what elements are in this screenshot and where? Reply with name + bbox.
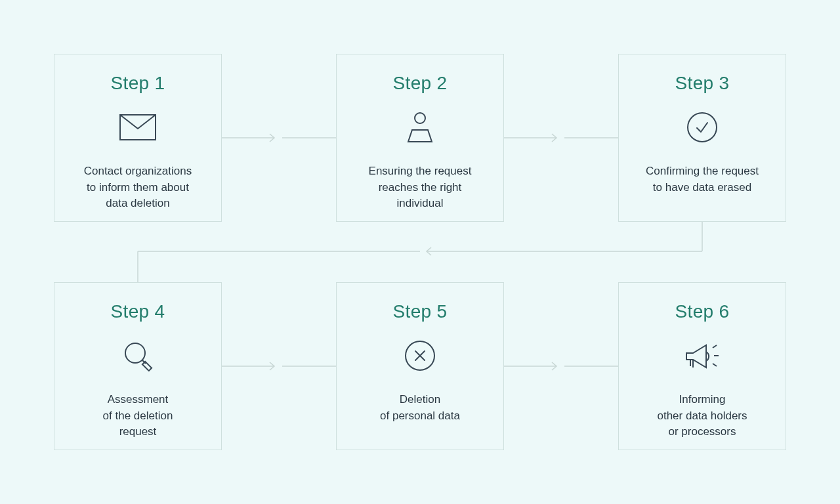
step-1-title: Step 1 xyxy=(111,73,165,94)
person-icon xyxy=(403,108,437,146)
svg-line-9 xyxy=(713,345,717,348)
step-6-desc: Informing other data holders or processo… xyxy=(645,392,759,440)
step-card-1: Step 1 Contact organizations to inform t… xyxy=(54,54,222,222)
step-1-desc: Contact organizations to inform them abo… xyxy=(72,163,203,212)
svg-point-3 xyxy=(125,343,145,363)
step-card-5: Step 5 Deletion of personal data xyxy=(336,282,504,450)
arrow-1-to-2 xyxy=(222,133,336,143)
arrow-4-to-5 xyxy=(222,361,336,371)
x-circle-icon xyxy=(404,337,436,375)
step-2-desc: Ensuring the request reaches the right i… xyxy=(357,163,484,212)
step-card-3: Step 3 Confirming the request to have da… xyxy=(618,54,786,222)
step-6-title: Step 6 xyxy=(675,301,730,322)
magnifier-icon xyxy=(122,337,154,375)
step-4-title: Step 4 xyxy=(111,301,165,322)
envelope-icon xyxy=(119,108,156,146)
step-5-title: Step 5 xyxy=(393,301,448,322)
svg-rect-5 xyxy=(142,362,152,371)
svg-point-1 xyxy=(415,113,425,123)
step-2-title: Step 2 xyxy=(393,73,448,94)
step-card-4: Step 4 Assessment of the deletion reques… xyxy=(54,282,222,450)
step-4-desc: Assessment of the deletion request xyxy=(91,392,185,440)
step-card-6: Step 6 Informing other data holders or p… xyxy=(618,282,786,450)
arrow-2-to-3 xyxy=(504,133,618,143)
step-5-desc: Deletion of personal data xyxy=(368,392,472,424)
arrow-5-to-6 xyxy=(504,361,618,371)
check-circle-icon xyxy=(686,108,718,146)
step-3-desc: Confirming the request to have data eras… xyxy=(634,163,770,196)
megaphone-icon xyxy=(682,337,722,375)
svg-point-2 xyxy=(688,113,717,142)
step-card-2: Step 2 Ensuring the request reaches the … xyxy=(336,54,504,222)
step-3-title: Step 3 xyxy=(675,73,730,94)
arrow-3-to-4 xyxy=(131,222,709,287)
svg-line-11 xyxy=(713,364,717,366)
